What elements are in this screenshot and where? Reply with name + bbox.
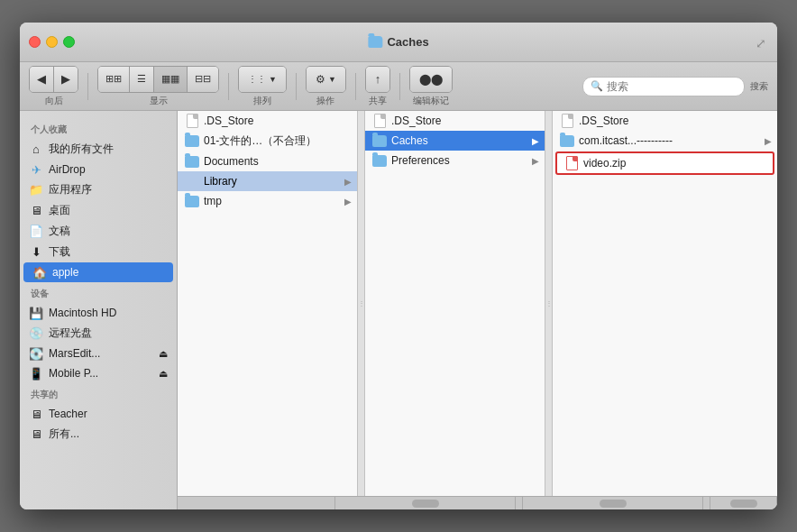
col2-scrollbar[interactable] (523, 497, 703, 509)
maximize-button[interactable] (63, 36, 75, 48)
sidebar-item-remote-disk[interactable]: 💿 远程光盘 (20, 323, 177, 344)
marsedit-icon: 💽 (29, 346, 43, 361)
sidebar-item-airdrop[interactable]: ✈ AirDrop (20, 160, 177, 179)
column-1: .DS_Store 01-文件的…（不合理） Documents Library… (178, 111, 358, 496)
sidebar-item-apple[interactable]: 🏠 apple (23, 262, 173, 282)
columns-area: .DS_Store 01-文件的…（不合理） Documents Library… (178, 111, 777, 496)
sidebar-item-apps[interactable]: 📁 应用程序 (20, 179, 177, 200)
nav-label: 向后 (45, 95, 63, 107)
share-btn[interactable]: ↑ (366, 67, 390, 92)
col3-item-label: .DS_Store (579, 115, 628, 127)
col1-library[interactable]: Library ▶ (178, 171, 357, 191)
col3-com-itcast[interactable]: com.itcast...---------- ▶ (553, 131, 777, 151)
share-button: ↑ (365, 66, 391, 93)
sep3 (296, 73, 297, 100)
sidebar-item-all-files[interactable]: ⌂ 我的所有文件 (20, 139, 177, 160)
finder-window: Caches ⤢ ◀ ▶ 向后 ⊞⊞ ☰ ▦▦ ⊟⊟ (20, 23, 777, 509)
sidebar-item-downloads[interactable]: ⬇ 下载 (20, 242, 177, 262)
sidebar-item-macintosh-hd[interactable]: 💾 Macintosh HD (20, 303, 177, 323)
col2-item-label: .DS_Store (391, 115, 441, 127)
file-icon (185, 114, 199, 128)
marsedit-eject-icon[interactable]: ⏏ (159, 348, 168, 360)
resize-icon[interactable]: ⤢ (756, 36, 768, 49)
column-view-button[interactable]: ▦▦ (154, 67, 188, 92)
chevron-icon: ▶ (532, 156, 539, 166)
col3-scrollbar[interactable] (710, 497, 777, 509)
col3-ds-store[interactable]: .DS_Store (553, 111, 777, 131)
scrollbar-thumb-1[interactable] (412, 500, 439, 508)
sidebar-item-all-shared[interactable]: 🖥 所有... (20, 424, 177, 445)
sort-group: ⋮⋮ ▼ 排列 (238, 66, 287, 107)
sidebar-section-devices: 设备 (20, 282, 177, 303)
chevron-icon: ▶ (765, 136, 772, 146)
back-button[interactable]: ◀ (30, 67, 54, 92)
window-title: Caches (368, 35, 428, 49)
col1-scrollbar[interactable] (335, 497, 516, 509)
tags-btn[interactable]: ⬤⬤ (410, 67, 452, 92)
col-divider-2[interactable]: ⋮ (545, 111, 553, 496)
downloads-icon: ⬇ (29, 245, 43, 260)
view-buttons: ⊞⊞ ☰ ▦▦ ⊟⊟ (97, 66, 219, 93)
col-divider-1[interactable]: ⋮ (358, 111, 365, 496)
mobile-eject-icon[interactable]: ⏏ (159, 368, 168, 380)
mobile-icon: 📱 (29, 366, 43, 381)
divider-dots: ⋮ (358, 299, 365, 307)
nav-group: ◀ ▶ 向后 (29, 66, 78, 107)
col1-01-folder[interactable]: 01-文件的…（不合理） (178, 131, 357, 151)
scrollbar-row (178, 496, 777, 509)
folder-icon (185, 154, 199, 169)
file-icon (372, 114, 387, 128)
sidebar-item-label: Macintosh HD (49, 307, 116, 319)
col1-documents[interactable]: Documents (178, 151, 357, 171)
sidebar-item-label: 下载 (49, 244, 70, 260)
col2-ds-store[interactable]: .DS_Store (365, 111, 545, 131)
toolbar: ◀ ▶ 向后 ⊞⊞ ☰ ▦▦ ⊟⊟ 显示 ⋮⋮ (20, 62, 777, 111)
sidebar-item-marsedit[interactable]: 💽 MarsEdit... ⏏ (20, 344, 177, 363)
tags-group: ⬤⬤ 编辑标记 (409, 66, 453, 107)
sidebar-item-label: 远程光盘 (49, 326, 92, 341)
sidebar-item-label: apple (52, 266, 78, 279)
col1-item-label: .DS_Store (204, 115, 253, 127)
actions-label: 操作 (316, 95, 334, 107)
search-input[interactable] (607, 80, 737, 93)
list-view-button[interactable]: ☰ (130, 67, 154, 92)
sort-btn[interactable]: ⋮⋮ ▼ (239, 67, 286, 92)
column-3: .DS_Store com.itcast...---------- ▶ vide… (553, 111, 777, 496)
all-files-icon: ⌂ (29, 142, 43, 157)
macintosh-hd-icon: 💾 (29, 306, 43, 320)
minimize-button[interactable] (46, 36, 58, 48)
sep5 (399, 73, 400, 100)
col3-item-label: com.itcast...---------- (579, 134, 673, 147)
sidebar-item-teacher[interactable]: 🖥 Teacher (20, 404, 177, 424)
forward-button[interactable]: ▶ (54, 67, 78, 92)
scrollbar-thumb-3[interactable] (730, 500, 757, 508)
search-box[interactable]: 🔍 (582, 77, 745, 96)
file-icon (560, 114, 574, 128)
sidebar-scrollbar (178, 497, 335, 509)
sidebar-item-label: 桌面 (49, 203, 70, 218)
airdrop-icon: ✈ (29, 162, 43, 177)
sep1 (87, 73, 88, 100)
col1-ds-store[interactable]: .DS_Store (178, 111, 357, 131)
traffic-lights (29, 36, 75, 48)
col3-video-zip[interactable]: video.zip (555, 151, 774, 175)
col2-caches[interactable]: Caches ▶ (365, 131, 545, 151)
col3-item-label: video.zip (583, 157, 626, 170)
sidebar-item-documents[interactable]: 📄 文稿 (20, 221, 177, 242)
cover-flow-button[interactable]: ⊟⊟ (188, 67, 218, 92)
close-button[interactable] (29, 36, 41, 48)
sidebar-item-label: 应用程序 (49, 182, 92, 197)
column-2: .DS_Store Caches ▶ Preferences ▶ (365, 111, 545, 496)
col1-item-label: Library (204, 175, 237, 188)
sidebar-section-personal: 个人收藏 (20, 118, 177, 139)
col2-preferences[interactable]: Preferences ▶ (365, 151, 545, 170)
actions-btn[interactable]: ⚙ ▼ (307, 67, 345, 92)
scrollbar-thumb-2[interactable] (600, 500, 627, 508)
sidebar-item-desktop[interactable]: 🖥 桌面 (20, 200, 177, 221)
col1-tmp[interactable]: tmp ▶ (178, 191, 357, 211)
folder-icon (372, 153, 387, 168)
icon-view-button[interactable]: ⊞⊞ (98, 67, 130, 92)
sidebar-item-label: AirDrop (49, 163, 86, 176)
sidebar-item-label: MarsEdit... (49, 347, 100, 360)
sidebar-item-mobile[interactable]: 📱 Mobile P... ⏏ (20, 363, 177, 383)
